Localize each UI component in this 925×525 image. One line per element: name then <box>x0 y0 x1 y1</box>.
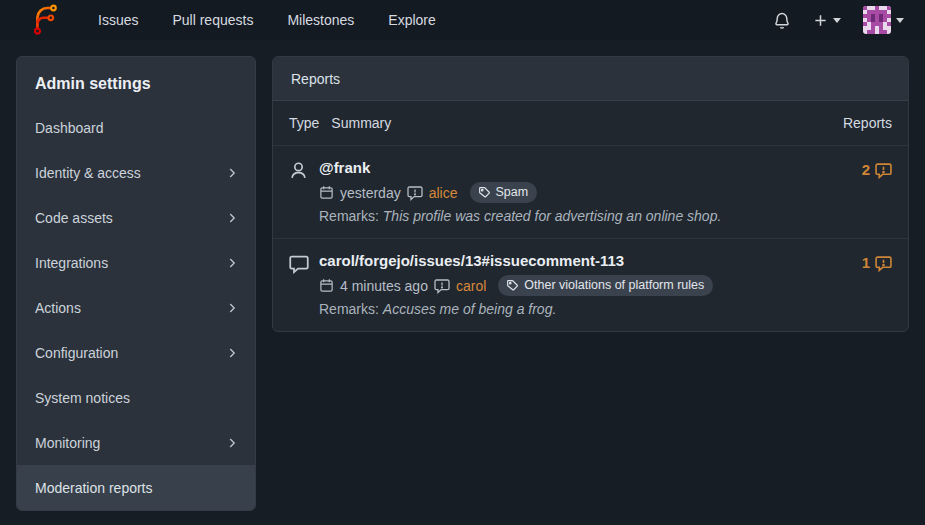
sidebar-item-system-notices[interactable]: System notices <box>17 375 255 420</box>
chevron-right-icon <box>225 256 239 270</box>
sidebar-item-code-assets[interactable]: Code assets <box>17 195 255 240</box>
sidebar-item-configuration[interactable]: Configuration <box>17 330 255 375</box>
comment-alert-icon <box>434 278 450 294</box>
comment-icon <box>289 252 319 317</box>
panel-header: Reports <box>273 57 908 101</box>
report-count[interactable]: 2 <box>862 159 892 224</box>
comment-alert-icon <box>875 254 892 272</box>
navbar-right <box>773 6 904 34</box>
create-new-dropdown[interactable] <box>813 13 841 28</box>
report-remarks: Remarks: This profile was created for ad… <box>319 208 862 224</box>
report-remarks: Remarks: Accuses me of being a frog. <box>319 301 862 317</box>
report-link[interactable]: @frank <box>319 159 862 176</box>
reports-panel: Reports Type Summary Reports @frank <box>272 56 909 332</box>
category-label: Other violations of platform rules <box>524 278 704 292</box>
nav-link-issues[interactable]: Issues <box>98 12 138 28</box>
top-navbar: Issues Pull requests Milestones Explore <box>0 0 925 40</box>
sidebar-item-label: Moderation reports <box>35 480 153 496</box>
sidebar-item-label: Actions <box>35 300 81 316</box>
sidebar-item-label: Code assets <box>35 210 113 226</box>
comment-alert-icon <box>407 185 423 201</box>
forgejo-logo-icon[interactable] <box>30 4 60 36</box>
user-menu-dropdown[interactable] <box>863 6 904 34</box>
sidebar-item-identity-access[interactable]: Identity & access <box>17 150 255 195</box>
sidebar-item-dashboard[interactable]: Dashboard <box>17 105 255 150</box>
sidebar-title: Admin settings <box>17 57 255 105</box>
nav-link-explore[interactable]: Explore <box>388 12 435 28</box>
category-label: Spam <box>496 185 529 199</box>
calendar-icon <box>319 185 334 200</box>
report-row: @frank yesterday alice <box>273 146 908 239</box>
chevron-right-icon <box>225 346 239 360</box>
admin-settings-sidebar: Admin settings Dashboard Identity & acce… <box>16 56 256 511</box>
chevron-right-icon <box>225 301 239 315</box>
column-reports: Reports <box>843 115 892 131</box>
remarks-label: Remarks: <box>319 208 379 224</box>
sidebar-item-label: Monitoring <box>35 435 100 451</box>
notifications-bell-icon[interactable] <box>773 11 791 30</box>
report-meta: 4 minutes ago carol Other violati <box>319 275 862 296</box>
plus-icon <box>813 13 828 28</box>
sidebar-item-moderation-reports[interactable]: Moderation reports <box>17 465 255 510</box>
chevron-right-icon <box>225 166 239 180</box>
comment-alert-icon <box>875 161 892 179</box>
user-avatar <box>863 6 891 34</box>
sidebar-item-label: Dashboard <box>35 120 104 136</box>
report-summary: @frank yesterday alice <box>319 159 862 224</box>
remarks-text: Accuses me of being a frog. <box>383 301 557 317</box>
chevron-down-icon <box>833 18 841 23</box>
report-link[interactable]: carol/forgejo/issues/13#issuecomment-113 <box>319 252 862 269</box>
sidebar-item-monitoring[interactable]: Monitoring <box>17 420 255 465</box>
user-icon <box>289 159 319 224</box>
sidebar-item-label: Identity & access <box>35 165 141 181</box>
chevron-right-icon <box>225 436 239 450</box>
calendar-icon <box>319 278 334 293</box>
sidebar-item-label: Configuration <box>35 345 118 361</box>
report-summary: carol/forgejo/issues/13#issuecomment-113… <box>319 252 862 317</box>
column-type: Type <box>289 115 319 131</box>
report-count-value: 2 <box>862 161 870 178</box>
reports-table-header: Type Summary Reports <box>273 101 908 146</box>
report-meta: yesterday alice Spam <box>319 182 862 203</box>
report-row: carol/forgejo/issues/13#issuecomment-113… <box>273 239 908 331</box>
primary-nav: Issues Pull requests Milestones Explore <box>98 12 436 28</box>
nav-link-pull-requests[interactable]: Pull requests <box>172 12 253 28</box>
reporter-link[interactable]: carol <box>456 278 486 294</box>
nav-link-milestones[interactable]: Milestones <box>287 12 354 28</box>
report-date: 4 minutes ago <box>340 278 428 294</box>
report-count-value: 1 <box>862 254 870 271</box>
remarks-text: This profile was created for advertising… <box>383 208 722 224</box>
category-badge[interactable]: Other violations of platform rules <box>498 275 713 296</box>
column-summary: Summary <box>331 115 391 131</box>
chevron-right-icon <box>225 211 239 225</box>
tag-icon <box>478 186 491 199</box>
tag-icon <box>506 279 519 292</box>
category-badge[interactable]: Spam <box>470 182 538 203</box>
chevron-down-icon <box>896 18 904 23</box>
page-body: Admin settings Dashboard Identity & acce… <box>0 40 925 525</box>
reporter-link[interactable]: alice <box>429 185 458 201</box>
sidebar-item-label: System notices <box>35 390 130 406</box>
panel-title: Reports <box>291 71 340 87</box>
sidebar-item-integrations[interactable]: Integrations <box>17 240 255 285</box>
sidebar-item-label: Integrations <box>35 255 108 271</box>
sidebar-item-actions[interactable]: Actions <box>17 285 255 330</box>
remarks-label: Remarks: <box>319 301 379 317</box>
report-date: yesterday <box>340 185 401 201</box>
report-count[interactable]: 1 <box>862 252 892 317</box>
